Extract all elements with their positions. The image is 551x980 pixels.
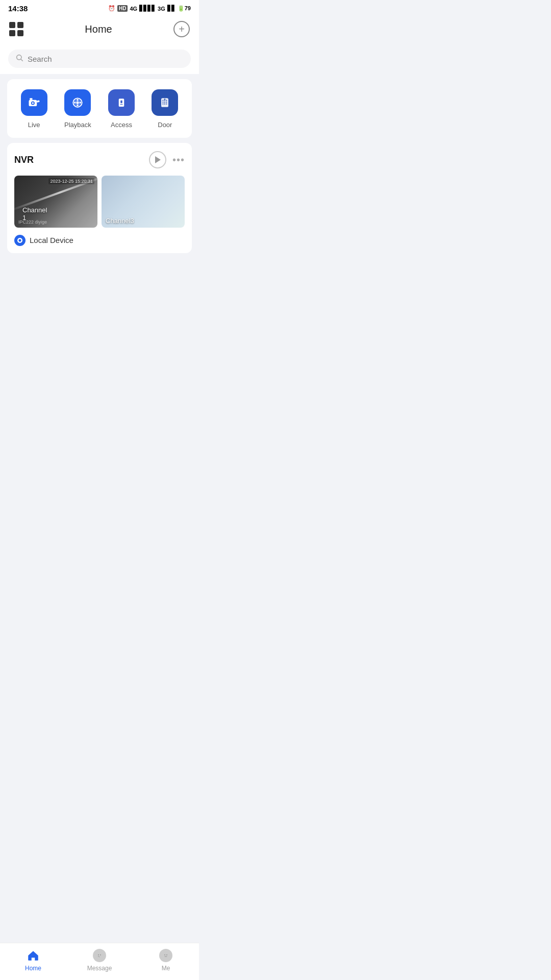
- channel-1-label: Channel 1: [22, 206, 47, 222]
- svg-point-26: [166, 104, 167, 105]
- svg-point-19: [164, 100, 165, 101]
- svg-rect-6: [36, 100, 39, 103]
- channel-1-timestamp: 2023-12-25 15:20:31: [48, 178, 94, 184]
- signal-bars2-icon: ▋▋: [167, 5, 176, 12]
- quick-item-live[interactable]: Live: [21, 89, 47, 129]
- svg-point-10: [80, 102, 82, 104]
- page-title: Home: [85, 23, 112, 35]
- svg-point-4: [32, 102, 34, 104]
- battery-icon: 🔋79: [178, 5, 191, 12]
- svg-point-13: [77, 101, 79, 104]
- quick-item-door[interactable]: Door: [152, 89, 178, 129]
- local-device-row[interactable]: Local Device: [14, 235, 185, 246]
- svg-point-12: [77, 105, 79, 107]
- live-label: Live: [28, 121, 40, 129]
- svg-point-29: [19, 239, 21, 241]
- playback-label: Playback: [64, 121, 91, 129]
- playback-icon-bg: [64, 89, 91, 116]
- svg-rect-5: [30, 98, 32, 100]
- channel-1-thumb[interactable]: 2023-12-25 15:20:31 Channel 1 IPC222 diy…: [14, 176, 97, 228]
- svg-rect-16: [120, 104, 122, 105]
- svg-point-27: [164, 99, 166, 100]
- svg-point-0: [17, 55, 21, 60]
- svg-point-18: [163, 100, 164, 101]
- door-keypad-icon: [158, 95, 172, 110]
- playback-gamepad-icon: [70, 95, 85, 110]
- play-all-button[interactable]: [149, 151, 166, 168]
- local-device-label: Local Device: [30, 236, 73, 244]
- svg-point-9: [74, 102, 76, 104]
- svg-point-23: [166, 102, 167, 103]
- local-device-icon: [14, 235, 26, 246]
- signal-4g-icon: 4G: [130, 6, 137, 12]
- status-icons: ⏰ HD 4G ▋▋▋▋ 3G ▋▋ 🔋79: [108, 5, 191, 12]
- status-bar: 14:38 ⏰ HD 4G ▋▋▋▋ 3G ▋▋ 🔋79: [0, 0, 199, 16]
- door-label: Door: [158, 121, 172, 129]
- search-bar: [8, 50, 191, 68]
- channels-grid: 2023-12-25 15:20:31 Channel 1 IPC222 diy…: [14, 176, 185, 228]
- nvr-section: NVR ••• 2023-12-25 15:20:31 Channel 1 IP…: [7, 143, 192, 253]
- svg-point-11: [77, 99, 79, 101]
- status-time: 14:38: [8, 4, 28, 13]
- svg-point-25: [164, 104, 165, 105]
- nvr-header: NVR •••: [14, 151, 185, 168]
- svg-point-22: [164, 102, 165, 103]
- nvr-title: NVR: [14, 155, 34, 165]
- search-input[interactable]: [28, 55, 184, 63]
- live-icon-bg: [21, 89, 47, 116]
- svg-point-24: [163, 104, 164, 105]
- signal-3g-icon: 3G: [158, 6, 165, 12]
- top-nav: Home +: [0, 16, 199, 44]
- svg-line-1: [21, 59, 23, 61]
- channel-3-label: Channel3: [106, 217, 134, 225]
- alarm-icon: ⏰: [108, 5, 115, 12]
- grid-menu-icon[interactable]: [9, 22, 23, 36]
- access-icon-bg: [108, 89, 135, 116]
- signal-bars-icon: ▋▋▋▋: [139, 5, 156, 12]
- access-label: Access: [111, 121, 132, 129]
- add-button[interactable]: +: [173, 21, 190, 37]
- svg-rect-15: [120, 101, 122, 103]
- quick-item-playback[interactable]: Playback: [64, 89, 91, 129]
- door-icon-bg: [152, 89, 178, 116]
- search-section: [0, 44, 199, 74]
- svg-point-20: [166, 100, 167, 101]
- hd-badge: HD: [117, 5, 128, 12]
- live-camera-icon: [27, 95, 41, 110]
- quick-access-panel: Live Playback Access: [7, 79, 192, 138]
- nvr-actions: •••: [149, 151, 185, 168]
- access-card-icon: [114, 95, 129, 110]
- more-options-button[interactable]: •••: [172, 154, 185, 166]
- search-icon: [15, 54, 23, 64]
- channel-3-thumb[interactable]: Channel3: [102, 176, 185, 228]
- quick-item-access[interactable]: Access: [108, 89, 135, 129]
- play-triangle-icon: [155, 156, 161, 163]
- svg-point-21: [163, 102, 164, 103]
